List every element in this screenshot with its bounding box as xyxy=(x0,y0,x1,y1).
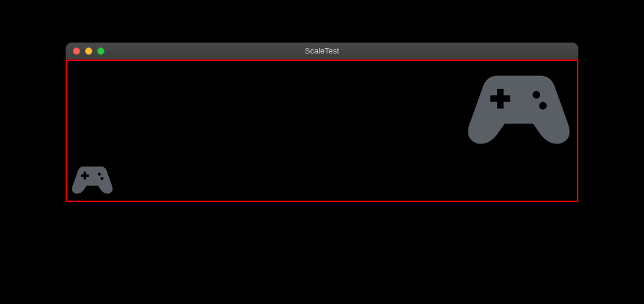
application-window: ScaleTest xyxy=(66,43,578,202)
minimize-button[interactable] xyxy=(85,47,92,55)
game-controller-large xyxy=(464,67,574,146)
window-titlebar[interactable]: ScaleTest xyxy=(66,43,578,60)
game-controller-small xyxy=(70,163,114,195)
game-controller-icon xyxy=(464,67,574,146)
maximize-button[interactable] xyxy=(97,47,104,55)
window-content xyxy=(66,60,578,202)
game-controller-icon xyxy=(70,163,114,195)
window-title: ScaleTest xyxy=(66,46,578,55)
close-button[interactable] xyxy=(73,47,80,55)
traffic-light-group xyxy=(66,47,104,55)
